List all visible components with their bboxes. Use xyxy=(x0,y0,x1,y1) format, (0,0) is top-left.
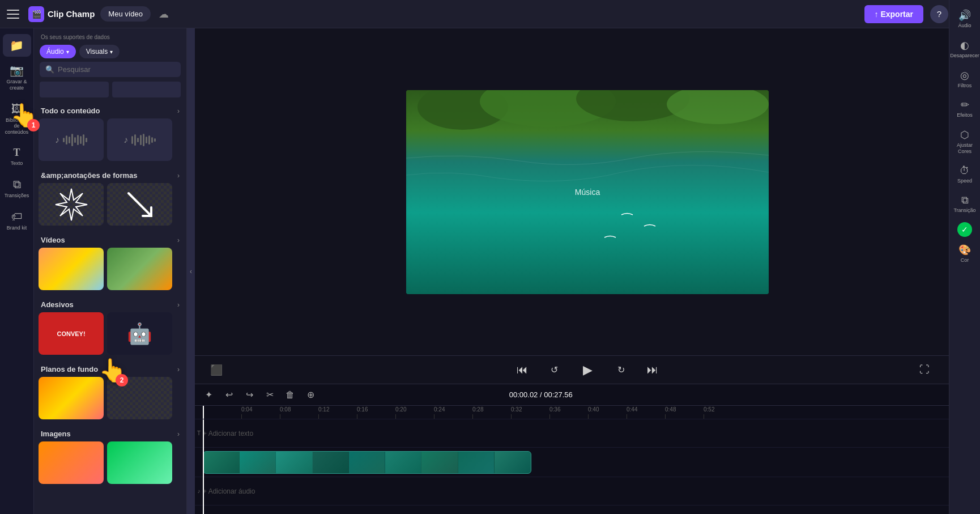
redo-button[interactable]: ↪ xyxy=(241,387,257,403)
section-todo-title: Todo o conteúdo xyxy=(41,107,100,115)
video-thumb-2[interactable] xyxy=(107,248,172,290)
section-todo-header[interactable]: Todo o conteúdo › xyxy=(39,102,182,118)
section-videos-items xyxy=(39,248,182,296)
sticker-2[interactable]: 🤖 xyxy=(107,312,172,355)
arrow-svg xyxy=(123,188,157,222)
cor-tool-icon: 🎨 xyxy=(958,244,971,256)
tool-audio[interactable]: 🔊 Áudio xyxy=(952,28,977,32)
play-button[interactable]: ▶ xyxy=(576,358,599,382)
tool-speed[interactable]: ⏱ Speed xyxy=(952,162,977,188)
screenshot-button[interactable]: ⬛ xyxy=(206,360,227,380)
section-stickers-header[interactable]: Adesivos › xyxy=(39,296,182,312)
shape-starburst[interactable] xyxy=(39,183,104,226)
ruler-mark-2: 0:08 xyxy=(280,406,318,419)
tool-colors[interactable]: ⬡ Ajustar Cores xyxy=(952,125,977,158)
ruler-mark-0 xyxy=(203,414,241,419)
sticker-1[interactable]: CONVEY! xyxy=(39,312,104,355)
ruler-mark-5: 0:20 xyxy=(395,406,434,419)
disappear-tool-icon: ◐ xyxy=(960,39,969,52)
music-item-2[interactable]: ♪ xyxy=(107,118,172,161)
export-button[interactable]: ↑ Exportar xyxy=(864,5,923,23)
forward5-button[interactable]: ↻ xyxy=(611,360,631,380)
image-1[interactable] xyxy=(39,441,104,484)
sidebar-item-library[interactable]: 🖼 Biblioteca de conteúdos xyxy=(3,98,31,140)
section-videos-header[interactable]: Vídeos › xyxy=(39,231,182,248)
timeline-playhead-ruler xyxy=(203,406,204,419)
section-todo-arrow: › xyxy=(177,107,180,115)
text-icon: T xyxy=(13,147,20,159)
ruler-mark-11: 0:44 xyxy=(627,406,665,419)
ruler-mark-1: 0:04 xyxy=(241,406,280,419)
search-input[interactable] xyxy=(58,65,175,74)
tool-effects[interactable]: ✏ Efeitos xyxy=(952,95,977,122)
clip-segment-8 xyxy=(495,452,531,473)
ruler-mark-7: 0:28 xyxy=(472,406,511,419)
sidebar-item-transitions[interactable]: ⧉ Transições xyxy=(3,173,31,203)
section-videos-arrow: › xyxy=(177,236,180,244)
starburst-svg xyxy=(54,188,88,222)
select-tool[interactable]: ✦ xyxy=(201,387,216,403)
audio-tab-chevron: ▾ xyxy=(66,49,69,55)
text-track-icon: T xyxy=(197,430,201,436)
back5-button[interactable]: ↺ xyxy=(544,360,564,380)
project-name-button[interactable]: Meu vídeo xyxy=(100,6,151,22)
bg-1[interactable] xyxy=(39,377,104,419)
content-panel-header: Os seus suportes de dados Áudio ▾ Visual… xyxy=(34,28,186,62)
transition-tool-icon: ⧉ xyxy=(961,194,969,206)
audio-track-content: + Adicionar áudio xyxy=(203,477,980,505)
video-track-content xyxy=(203,448,980,477)
clip-segment-0 xyxy=(203,452,240,473)
topbar: 🎬 Clip Champ Meu vídeo ☁ ↑ Exportar ? A xyxy=(0,0,980,28)
add-audio-label: + Adicionar áudio xyxy=(203,487,255,495)
skip-button[interactable]: ⏭ xyxy=(642,360,663,380)
section-backgrounds-header[interactable]: Planos de fundo › xyxy=(39,360,182,377)
speed-tool-icon: ⏱ xyxy=(960,165,970,177)
filters-tool-label: Filtros xyxy=(958,83,972,89)
section-images-header[interactable]: Imagens › xyxy=(39,425,182,441)
clip-segment-3 xyxy=(313,452,349,473)
timeline-area: ✦ ↩ ↪ ✂ 🗑 ⊕ 00:00.02 / 00:27.56 − + ⤢ xyxy=(195,384,980,514)
delete-button[interactable]: 🗑 xyxy=(282,387,298,403)
tool-cor[interactable]: 🎨 Cor xyxy=(952,240,977,267)
cut-button[interactable]: ✂ xyxy=(262,387,278,403)
ruler-mark-6: 0:24 xyxy=(434,406,472,419)
ruler-mark-8: 0:32 xyxy=(511,406,549,419)
preview-top: Música xyxy=(195,28,980,355)
fullscreen-button[interactable]: ⛶ xyxy=(914,360,935,380)
placeholder-box-2 xyxy=(112,82,181,97)
sidebar-item-text[interactable]: T Texto xyxy=(3,142,31,171)
tool-transition[interactable]: ⧉ Transição xyxy=(952,191,977,217)
section-images-items xyxy=(39,441,182,490)
sidebar-item-record-label: Gravar & create xyxy=(5,79,29,91)
speed-tool-label: Speed xyxy=(957,178,972,184)
colors-tool-icon: ⬡ xyxy=(960,129,969,141)
section-stickers-items: CONVEY! 🤖 xyxy=(39,312,182,360)
undo-button[interactable]: ↩ xyxy=(221,387,237,403)
help-button[interactable]: ? xyxy=(930,5,948,23)
menu-button[interactable] xyxy=(7,6,23,22)
video-track xyxy=(195,448,980,477)
section-backgrounds-arrow: › xyxy=(177,366,180,373)
clip-segment-4 xyxy=(349,452,385,473)
tool-disappear[interactable]: ◐ Desaparecer xyxy=(952,36,977,62)
sidebar-item-brandkit[interactable]: 🏷 Brand kit xyxy=(3,206,31,236)
sidebar-item-record[interactable]: 📷 Gravar & create xyxy=(3,59,31,96)
collapse-panel-button[interactable]: ‹ xyxy=(187,28,195,514)
video-clip[interactable] xyxy=(203,451,531,474)
waveform-2 xyxy=(131,131,156,148)
video-thumb-1[interactable] xyxy=(39,248,104,290)
shape-arrow[interactable] xyxy=(107,183,172,226)
audio-tab[interactable]: Áudio ▾ xyxy=(40,45,76,58)
add-audio-button[interactable]: + Adicionar áudio xyxy=(203,487,255,495)
visuals-tab[interactable]: Visuals ▾ xyxy=(79,45,120,58)
add-text-button[interactable]: + Adicionar texto xyxy=(203,430,253,437)
section-shapes-header[interactable]: &amp;anotações de formas › xyxy=(39,167,182,183)
tool-filters[interactable]: ◎ Filtros xyxy=(952,66,977,92)
media-icon: 📁 xyxy=(10,39,24,52)
rewind-button[interactable]: ⏮ xyxy=(512,360,532,380)
add-button[interactable]: ⊕ xyxy=(302,387,318,403)
image-2[interactable] xyxy=(107,441,172,484)
approve-button[interactable]: ✓ xyxy=(957,222,972,237)
sidebar-item-media[interactable]: 📁 xyxy=(3,34,31,57)
music-item-1[interactable]: ♪ xyxy=(39,118,104,161)
